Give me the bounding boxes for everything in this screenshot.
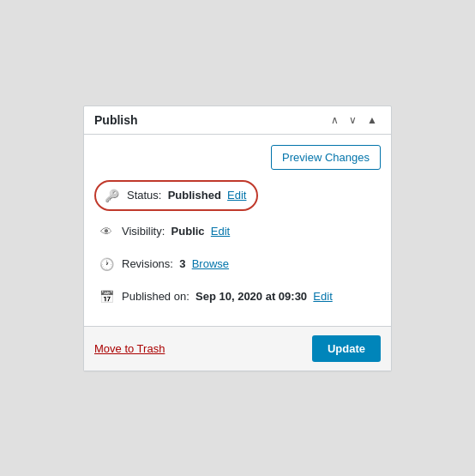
published-on-text: Published on: Sep 10, 2020 at 09:30 Edit bbox=[122, 290, 333, 303]
revisions-row: Revisions: 3 Browse bbox=[94, 250, 381, 278]
visibility-row: Visibility: Public Edit bbox=[94, 218, 381, 245]
status-edit-link[interactable]: Edit bbox=[227, 189, 246, 202]
visibility-value: Public bbox=[171, 225, 205, 238]
widget-header: Publish ∧ ∨ ▲ bbox=[84, 106, 391, 135]
published-on-edit-link[interactable]: Edit bbox=[313, 290, 332, 303]
widget-footer: Move to Trash Update bbox=[84, 326, 391, 371]
clock-icon bbox=[98, 256, 115, 273]
eye-icon bbox=[98, 223, 115, 240]
status-value: Published bbox=[168, 189, 221, 202]
widget-body: Preview Changes Status: Published Edit V… bbox=[84, 135, 391, 326]
key-icon bbox=[103, 187, 120, 204]
preview-changes-button[interactable]: Preview Changes bbox=[271, 145, 381, 170]
status-label: Status: bbox=[127, 189, 161, 202]
header-actions: ∧ ∨ ▲ bbox=[328, 113, 381, 127]
collapse-button[interactable]: ▲ bbox=[364, 113, 381, 127]
visibility-edit-link[interactable]: Edit bbox=[211, 225, 230, 238]
status-text: Status: Published Edit bbox=[127, 189, 246, 202]
arrow-down-button[interactable]: ∨ bbox=[346, 113, 360, 127]
visibility-label: Visibility: bbox=[122, 225, 165, 238]
published-on-value: Sep 10, 2020 at 09:30 bbox=[195, 290, 307, 303]
move-to-trash-button[interactable]: Move to Trash bbox=[94, 342, 165, 355]
published-on-label: Published on: bbox=[122, 290, 189, 303]
preview-row: Preview Changes bbox=[94, 145, 381, 170]
revisions-text: Revisions: 3 Browse bbox=[122, 257, 229, 270]
status-row: Status: Published Edit bbox=[94, 180, 258, 211]
published-on-row: Published on: Sep 10, 2020 at 09:30 Edit bbox=[94, 283, 381, 310]
visibility-text: Visibility: Public Edit bbox=[122, 225, 230, 238]
arrow-up-button[interactable]: ∧ bbox=[328, 113, 342, 127]
revisions-value: 3 bbox=[179, 257, 185, 270]
widget-title: Publish bbox=[94, 113, 138, 127]
update-button[interactable]: Update bbox=[312, 335, 381, 362]
revisions-label: Revisions: bbox=[122, 257, 173, 270]
revisions-browse-link[interactable]: Browse bbox=[192, 257, 229, 270]
publish-widget: Publish ∧ ∨ ▲ Preview Changes Status: Pu… bbox=[83, 105, 392, 371]
calendar-icon bbox=[98, 288, 115, 305]
